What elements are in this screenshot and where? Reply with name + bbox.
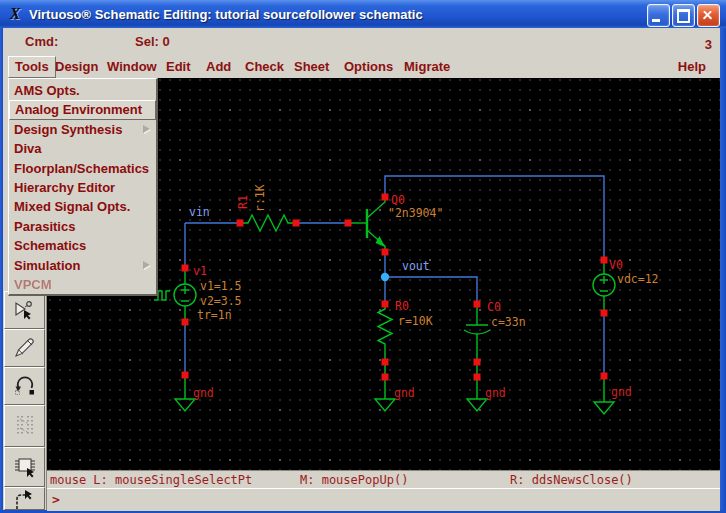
c0-name-label[interactable]: C0 [487,300,501,314]
command-prompt-bar[interactable]: > [47,488,720,511]
menu-item-label: AMS Opts. [14,83,80,98]
menu-item-label: VPCM [14,277,52,292]
schematic-labels: vin vout R1 r:1K Q0 "2n3904" v1 v1=1.5 v… [189,184,659,400]
menu-sheet[interactable]: Sheet [294,59,329,74]
menu-design[interactable]: Design [55,59,98,74]
submenu-arrow-icon [143,125,150,133]
menu-options[interactable]: Options [344,59,393,74]
menu-migrate[interactable]: Migrate [404,59,450,74]
menu-item-ams-opts[interactable]: AMS Opts. [9,81,156,100]
mouse-left-binding: mouse L: mouseSingleSelectPt [50,473,252,487]
v1-name-label[interactable]: v1 [193,264,207,278]
maximize-icon [677,9,690,23]
menu-window[interactable]: Window [107,59,157,74]
v1-prop3-label[interactable]: tr=1n [197,308,232,322]
window-border-right [720,28,726,510]
r0-name-label[interactable]: R0 [395,299,409,313]
window-controls [647,4,720,27]
menu-item-label: Diva [14,141,41,156]
menu-item-label: Parasitics [14,219,75,234]
menu-item-schematics[interactable]: Schematics [9,236,156,255]
c0-value-label[interactable]: c=33n [491,315,526,329]
menu-item-label: Mixed Signal Opts. [14,199,130,214]
close-button[interactable] [697,4,720,27]
chip-instance-button[interactable] [4,447,45,487]
minimize-icon [652,19,660,22]
menu-item-hierarchy-editor[interactable]: Hierarchy Editor [9,178,156,197]
gate-probe-icon [12,297,38,323]
pen-icon [12,335,38,361]
menu-item-label: Simulation [14,258,80,273]
menu-item-label: Design Synthesis [14,122,122,137]
minimize-button[interactable] [647,4,670,27]
r1-value-label[interactable]: r:1K [253,184,267,212]
mouse-bindings-status-bar: mouse L: mouseSingleSelectPt M: mousePop… [47,470,720,489]
rotate-icon [12,373,38,399]
menu-item-diva[interactable]: Diva [9,139,156,158]
app-x11-icon: X [6,5,24,23]
vout-junction-dot[interactable] [381,273,389,281]
stipple-pattern-icon [12,413,38,439]
stipple-pattern-button[interactable] [4,405,45,447]
menu-add[interactable]: Add [206,59,231,74]
r1-name-label[interactable]: R1 [236,195,250,209]
menu-tools[interactable]: Tools [8,56,56,78]
cmd-label: Cmd: [25,34,58,49]
menu-item-vpcm: VPCM [9,275,156,294]
q0-value-label[interactable]: "2n3904" [388,206,443,220]
selection-count: Sel: 0 [135,34,170,49]
chip-instance-icon [12,454,38,480]
menu-edit[interactable]: Edit [166,59,191,74]
gnd-label[interactable]: gnd [394,386,415,400]
gnd-label[interactable]: gnd [485,386,506,400]
q0-name-label[interactable]: Q0 [391,193,405,207]
menu-item-simulation[interactable]: Simulation [9,256,156,275]
wire-route-button[interactable] [4,487,45,510]
prompt-symbol: > [52,492,60,507]
maximize-button[interactable] [672,4,695,27]
pen-button[interactable] [4,329,45,367]
menu-item-design-synthesis[interactable]: Design Synthesis [9,120,156,139]
gnd-label[interactable]: gnd [193,386,214,400]
r0-value-label[interactable]: r=10K [398,314,433,328]
window-title: Virtuoso® Schematic Editing: tutorial so… [29,7,423,22]
title-bar[interactable]: X Virtuoso® Schematic Editing: tutorial … [0,0,726,28]
menu-item-parasitics[interactable]: Parasitics [9,217,156,236]
submenu-arrow-icon [143,261,150,269]
wire-route-icon [12,488,38,510]
mouse-middle-binding: M: mousePopUp() [300,473,408,487]
menu-check[interactable]: Check [245,59,284,74]
menu-item-label: Floorplan/Schematics [14,161,149,176]
window-number: 3 [705,37,712,52]
menu-item-label: Hierarchy Editor [14,180,115,195]
instance-pins[interactable] [182,194,608,381]
v1-prop1-label[interactable]: v1=1.5 [200,279,242,293]
menu-item-mixed-signal-opts[interactable]: Mixed Signal Opts. [9,197,156,216]
rotate-button[interactable] [4,367,45,405]
menu-item-analog-environment[interactable]: Analog Environment [9,100,156,119]
net-label-vout[interactable]: vout [402,259,430,273]
v1-prop2-label[interactable]: v2=3.5 [200,294,242,308]
menu-item-label: Schematics [14,238,86,253]
v0-name-label[interactable]: V0 [609,258,623,272]
gnd-label[interactable]: gnd [611,385,632,399]
net-label-vin[interactable]: vin [189,205,210,219]
menu-bar: Tools Design Window Edit Add Check Sheet… [3,55,720,78]
v0-value-label[interactable]: vdc=12 [617,272,659,286]
virtuoso-window: X Virtuoso® Schematic Editing: tutorial … [0,0,726,513]
mouse-right-binding: R: ddsNewsClose() [510,473,633,487]
tools-dropdown-menu: AMS Opts. Analog Environment Design Synt… [8,78,158,296]
menu-item-label: Analog Environment [15,102,142,117]
menu-help[interactable]: Help [678,59,706,74]
gate-probe-button[interactable] [4,291,45,329]
command-bar: Cmd: Sel: 0 3 [3,28,720,55]
menu-item-floorplan-schematics[interactable]: Floorplan/Schematics [9,159,156,178]
